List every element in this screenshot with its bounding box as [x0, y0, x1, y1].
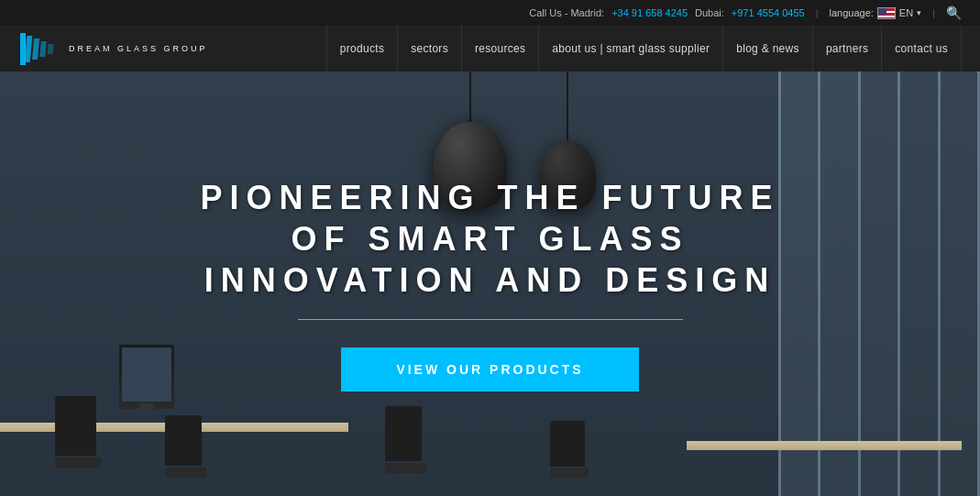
separator-1: |: [816, 7, 819, 18]
chair-right-1: [550, 421, 589, 478]
language-dropdown-icon[interactable]: ▾: [917, 8, 921, 17]
dubai-phone[interactable]: +971 4554 0455: [732, 7, 805, 18]
nav-partners[interactable]: partners: [813, 26, 882, 72]
header: DREAM GLASS GROUP products sectors resou…: [0, 26, 980, 72]
hero-divider: [298, 319, 683, 320]
svg-rect-3: [39, 41, 46, 57]
hero-content: PIONEERING THE FUTURE OF SMART GLASS INN…: [170, 177, 811, 391]
chair-center: [385, 406, 426, 473]
hero-title: PIONEERING THE FUTURE OF SMART GLASS INN…: [170, 177, 811, 301]
nav-products[interactable]: products: [326, 26, 398, 72]
logo-area[interactable]: DREAM GLASS GROUP: [18, 28, 208, 70]
logo-svg: [18, 28, 60, 70]
nav-resources[interactable]: resources: [462, 26, 539, 72]
hero-section: PIONEERING THE FUTURE OF SMART GLASS INN…: [0, 72, 980, 496]
madrid-phone[interactable]: +34 91 658 4245: [611, 7, 688, 18]
top-bar: Call Us - Madrid: +34 91 658 4245 Dubai:…: [0, 0, 980, 26]
main-nav: products sectors resources about us | sm…: [326, 26, 962, 72]
dubai-prefix: Dubai:: [695, 7, 724, 18]
nav-sectors[interactable]: sectors: [398, 26, 462, 72]
language-label: language:: [830, 7, 874, 18]
svg-rect-4: [48, 44, 54, 54]
chair-left-2: [165, 415, 206, 478]
nav-contact[interactable]: contact us: [882, 26, 962, 72]
logo-text: DREAM GLASS GROUP: [69, 43, 208, 55]
svg-rect-2: [32, 39, 39, 60]
separator-2: |: [932, 7, 935, 18]
nav-about[interactable]: about us | smart glass supplier: [539, 26, 723, 72]
nav-blog[interactable]: blog & news: [723, 26, 813, 72]
desk-right: [687, 441, 962, 450]
svg-rect-1: [25, 36, 33, 62]
monitor: [119, 345, 174, 409]
search-icon[interactable]: 🔍: [946, 6, 962, 20]
language-section: language: EN ▾: [830, 7, 922, 19]
view-products-button[interactable]: VIEW OUR PRODUCTS: [341, 347, 638, 391]
language-code[interactable]: EN: [899, 7, 913, 18]
call-label: Call Us - Madrid:: [529, 7, 604, 18]
chair-left-1: [55, 396, 101, 468]
flag-icon: [877, 7, 896, 19]
